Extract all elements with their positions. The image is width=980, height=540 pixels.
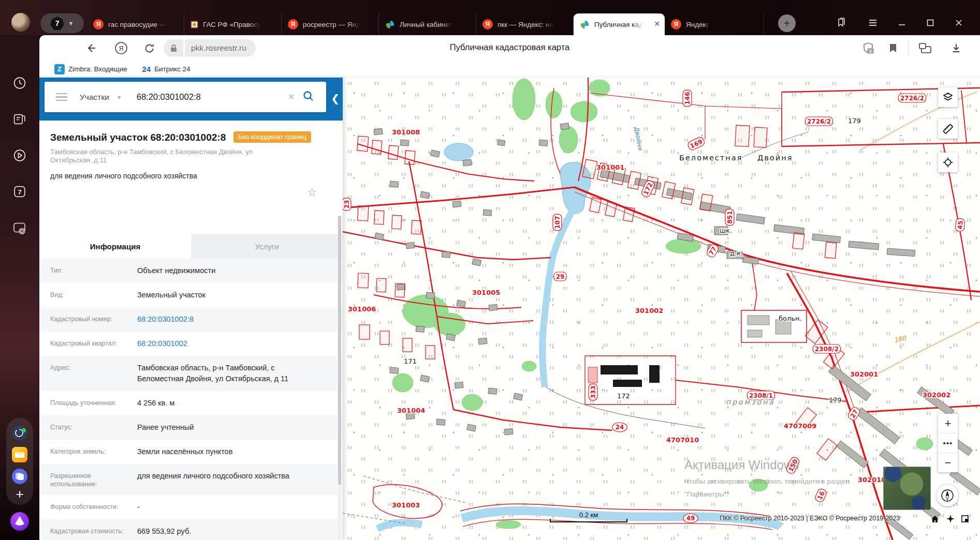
scrollbar-thumb[interactable] bbox=[338, 216, 341, 485]
collapse-panel-icon[interactable]: ❮ bbox=[331, 93, 340, 103]
cadastral-map-canvas[interactable]: 3010083010013010063010053010023010043010… bbox=[343, 78, 980, 540]
table-row: Форма собственности:- bbox=[39, 495, 343, 519]
clear-search-icon[interactable]: ✕ bbox=[288, 92, 295, 102]
compass-button[interactable] bbox=[937, 485, 958, 506]
map-label: 301002 bbox=[635, 307, 663, 314]
map-scale-label: 0.2 км bbox=[550, 511, 627, 519]
browser-tab-6[interactable]: ЯЯндекс bbox=[665, 13, 764, 35]
map-label: 302010 bbox=[858, 476, 886, 484]
svg-text:29: 29 bbox=[556, 273, 565, 280]
zoom-in-button[interactable]: + bbox=[938, 414, 958, 433]
no-coordinates-badge: Без координат границ bbox=[233, 131, 311, 143]
feed-icon[interactable] bbox=[13, 112, 27, 128]
alice-icon[interactable] bbox=[9, 511, 30, 534]
tab-close-icon[interactable]: ✕ bbox=[654, 20, 660, 28]
browser-tab-2[interactable]: Яросреестр — Янд bbox=[282, 13, 379, 35]
locate-crosshair-button[interactable] bbox=[938, 153, 958, 172]
search-box: Участки ▼ ✕ bbox=[45, 82, 326, 112]
row-value: Объект недвижимости bbox=[137, 265, 319, 276]
map-label: Беломестная Двойня bbox=[679, 154, 793, 162]
row-label: Разрешенное использование: bbox=[50, 471, 137, 488]
side-panel-icon[interactable] bbox=[833, 16, 848, 30]
collections-icon[interactable] bbox=[917, 40, 933, 56]
telemost-icon[interactable] bbox=[11, 468, 28, 487]
bookmark-label: Zimbra: Входящие bbox=[68, 65, 127, 73]
protect-shield-icon[interactable]: 1 bbox=[860, 40, 876, 56]
row-label: Категория земель: bbox=[50, 446, 137, 457]
bookmark-item-0[interactable]: ZZimbra: Входящие bbox=[54, 64, 127, 74]
map-label: 4707010 bbox=[666, 436, 699, 444]
layers-button[interactable] bbox=[938, 87, 958, 107]
window-maximize-button[interactable] bbox=[923, 16, 938, 30]
row-value-link[interactable]: 68:20:0301002:8 bbox=[137, 314, 319, 325]
map-label: 302002 bbox=[923, 391, 950, 399]
tab-counter-button[interactable]: 7 ▼ bbox=[40, 13, 84, 33]
search-input[interactable] bbox=[136, 92, 257, 102]
zoom-out-button[interactable]: − bbox=[938, 453, 958, 472]
svg-text:49: 49 bbox=[686, 515, 695, 522]
chevron-down-icon: ▼ bbox=[116, 94, 122, 100]
tab-strip: Ягас правосудие —ГАС РФ «ПравосуЯросреес… bbox=[87, 13, 764, 35]
menu-icon[interactable] bbox=[56, 91, 67, 103]
panel-scrollbar[interactable] bbox=[338, 216, 342, 540]
favorite-star-icon[interactable]: ☆ bbox=[307, 186, 317, 199]
browser-tab-1[interactable]: ГАС РФ «Правосу bbox=[184, 13, 282, 35]
browser-tab-bar: 7 ▼ Ягас правосудие —ГАС РФ «ПравосуЯрос… bbox=[0, 0, 980, 35]
gas-pravosudie-favicon bbox=[191, 21, 198, 28]
profile-avatar[interactable] bbox=[11, 13, 30, 32]
tab-label: росреестр — Янд bbox=[303, 21, 360, 28]
browser-tab-3[interactable]: Личный кабинет bbox=[379, 13, 476, 35]
yandex-mail-icon[interactable] bbox=[11, 446, 28, 466]
play-icon[interactable] bbox=[13, 148, 27, 164]
row-value: 4 256 кв. м bbox=[137, 398, 319, 409]
browser-tab-0[interactable]: Ягас правосудие — bbox=[87, 13, 184, 35]
table-row: Категория земель:Земли населённых пункто… bbox=[39, 440, 343, 464]
row-value: Ранее учтенный bbox=[137, 422, 319, 433]
messenger-icon[interactable] bbox=[11, 424, 28, 444]
window-close-button[interactable] bbox=[952, 16, 966, 30]
fullscreen-button[interactable] bbox=[959, 514, 971, 524]
basemap-satellite-thumbnail[interactable] bbox=[883, 467, 931, 510]
parcel-attributes-table: Тип:Объект недвижимостиВид:Земельный уча… bbox=[39, 259, 343, 540]
search-submit-icon[interactable] bbox=[302, 90, 314, 104]
bookmark-item-1[interactable]: 24Битрикс 24 bbox=[142, 65, 191, 73]
new-tab-button[interactable]: + bbox=[778, 14, 796, 32]
svg-text:45: 45 bbox=[956, 220, 964, 230]
window-minimize-button[interactable] bbox=[895, 16, 909, 30]
browser-side-rail: 7 + ⋯ bbox=[0, 35, 39, 540]
search-category-dropdown[interactable]: Участки ▼ bbox=[80, 93, 122, 102]
browser-tab-5[interactable]: Публичная кад✕ bbox=[574, 13, 665, 35]
tab-information[interactable]: Информация bbox=[39, 234, 191, 259]
row-label: Адрес: bbox=[50, 363, 137, 384]
table-row: Площадь уточненная:4 256 кв. м bbox=[39, 391, 343, 415]
measure-ruler-button[interactable] bbox=[938, 119, 958, 139]
parcel-header: Земельный участок 68:20:0301002:8 Без ко… bbox=[39, 121, 343, 180]
download-icon[interactable] bbox=[948, 40, 964, 56]
svg-text:23: 23 bbox=[343, 200, 350, 209]
bookmark-label: Битрикс 24 bbox=[154, 65, 190, 73]
browser-menu-icon[interactable] bbox=[866, 16, 880, 30]
row-value-link[interactable]: 68:20:0301002 bbox=[137, 338, 319, 349]
home-button[interactable] bbox=[929, 514, 941, 524]
history-icon[interactable] bbox=[13, 76, 27, 92]
row-value: 669 553,92 руб. bbox=[137, 526, 319, 537]
map-more-button[interactable]: ••• bbox=[938, 433, 958, 453]
tabs-seven-icon[interactable]: 7 bbox=[13, 185, 27, 201]
bookmark-icon[interactable] bbox=[885, 40, 901, 56]
browser-toolbar: Я pkk.rosreestr.ru Публичная кадастровая… bbox=[39, 35, 980, 61]
browser-tab-4[interactable]: Япкк — Яндекс: на bbox=[476, 13, 574, 35]
map-label: 179 bbox=[848, 117, 861, 125]
tab-services[interactable]: Услуги bbox=[191, 234, 343, 259]
map-label: 172 bbox=[617, 392, 630, 400]
rosreestr-favicon bbox=[580, 20, 590, 29]
my-location-star-button[interactable] bbox=[945, 514, 956, 524]
add-app-icon[interactable]: + bbox=[16, 487, 23, 501]
table-row: Кадастровый номер:68:20:0301002:8 bbox=[39, 307, 343, 332]
parcel-address: Тамбовская область, р-н Тамбовский, с Бе… bbox=[50, 148, 295, 164]
toolbar-divider bbox=[908, 41, 909, 55]
rosreestr-favicon bbox=[385, 20, 395, 29]
screenshot-icon[interactable] bbox=[12, 221, 27, 237]
row-value: для ведения личного подсобного хозяйства bbox=[137, 471, 319, 488]
svg-text:24: 24 bbox=[616, 424, 624, 431]
map-scale-bar bbox=[550, 521, 627, 522]
